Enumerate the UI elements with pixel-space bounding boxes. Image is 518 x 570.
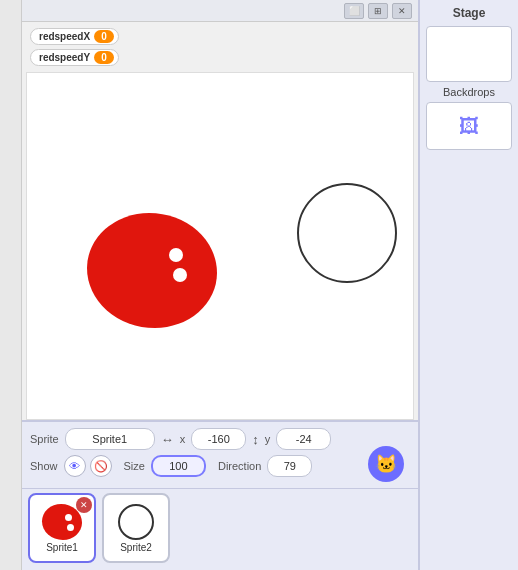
direction-input[interactable] bbox=[267, 455, 312, 477]
right-panel: Stage Backdrops 🖼 bbox=[418, 0, 518, 570]
arrows-icon: ↔ bbox=[161, 432, 174, 447]
var-badge-redspeedx-value: 0 bbox=[94, 30, 114, 43]
sprite-name-input[interactable] bbox=[65, 428, 155, 450]
stage-label: Stage bbox=[453, 6, 486, 20]
photo-icon: 🖼 bbox=[459, 115, 479, 138]
var-badge-redspeedy: redspeedY 0 bbox=[30, 49, 119, 66]
sprite2-label: Sprite2 bbox=[120, 542, 152, 553]
x-label: x bbox=[180, 433, 186, 445]
size-input[interactable] bbox=[151, 455, 206, 477]
stage-thumb[interactable] bbox=[426, 26, 512, 82]
size-label: Size bbox=[124, 460, 145, 472]
props-row-2: Show 👁 🚫 Size Direction bbox=[30, 455, 410, 477]
main-wrapper: ⬜ ⊞ ✕ redspeedX 0 redspeedY 0 bbox=[0, 0, 518, 570]
sprite-label: Sprite bbox=[30, 433, 59, 445]
show-visible-button[interactable]: 👁 bbox=[64, 455, 86, 477]
var-badge-redspeedy-value: 0 bbox=[94, 51, 114, 64]
red-blob-body bbox=[87, 213, 217, 328]
red-blob-sprite[interactable] bbox=[87, 213, 217, 328]
expand-button[interactable]: ⬜ bbox=[344, 3, 364, 19]
y-label: y bbox=[265, 433, 271, 445]
content-area: ⬜ ⊞ ✕ redspeedX 0 redspeedY 0 bbox=[22, 0, 418, 570]
props-row-1: Sprite ↔ x ↕ y bbox=[30, 428, 410, 450]
stage-canvas bbox=[26, 72, 414, 420]
stage-label-area: Stage bbox=[420, 0, 518, 26]
cat-face-icon: 🐱 bbox=[375, 453, 397, 475]
var-badge-redspeedy-name: redspeedY bbox=[39, 52, 90, 63]
var-badge-redspeedx: redspeedX 0 bbox=[30, 28, 119, 45]
y-input[interactable] bbox=[276, 428, 331, 450]
sprite1-delete-button[interactable]: ✕ bbox=[76, 497, 92, 513]
sprite2-thumb[interactable]: Sprite2 bbox=[102, 493, 170, 563]
white-dot-1 bbox=[169, 248, 183, 262]
show-hidden-button[interactable]: 🚫 bbox=[90, 455, 112, 477]
top-bar: ⬜ ⊞ ✕ bbox=[22, 0, 418, 22]
sprite1-preview bbox=[42, 504, 82, 540]
backdrops-label: Backdrops bbox=[420, 82, 518, 102]
backdrop-thumb[interactable]: 🖼 bbox=[426, 102, 512, 150]
sprite1-label: Sprite1 bbox=[46, 542, 78, 553]
x-input[interactable] bbox=[191, 428, 246, 450]
variable-badges-area: redspeedX 0 redspeedY 0 bbox=[22, 22, 418, 72]
properties-panel: Sprite ↔ x ↕ y Show 👁 🚫 Size Direction bbox=[22, 420, 418, 488]
circle-sprite[interactable] bbox=[297, 183, 397, 283]
show-icons: 👁 🚫 bbox=[64, 455, 112, 477]
left-sidebar bbox=[0, 0, 22, 570]
add-sprite-button[interactable]: 🐱 bbox=[368, 446, 404, 482]
direction-label: Direction bbox=[218, 460, 261, 472]
sprite1-thumb[interactable]: ✕ Sprite1 bbox=[28, 493, 96, 563]
var-badge-redspeedx-name: redspeedX bbox=[39, 31, 90, 42]
sprite2-preview bbox=[118, 504, 154, 540]
updown-icon: ↕ bbox=[252, 432, 259, 447]
close-button[interactable]: ✕ bbox=[392, 3, 412, 19]
show-label: Show bbox=[30, 460, 58, 472]
sprites-strip: ✕ Sprite1 Sprite2 bbox=[22, 488, 418, 570]
grid-button[interactable]: ⊞ bbox=[368, 3, 388, 19]
white-dot-2 bbox=[173, 268, 187, 282]
